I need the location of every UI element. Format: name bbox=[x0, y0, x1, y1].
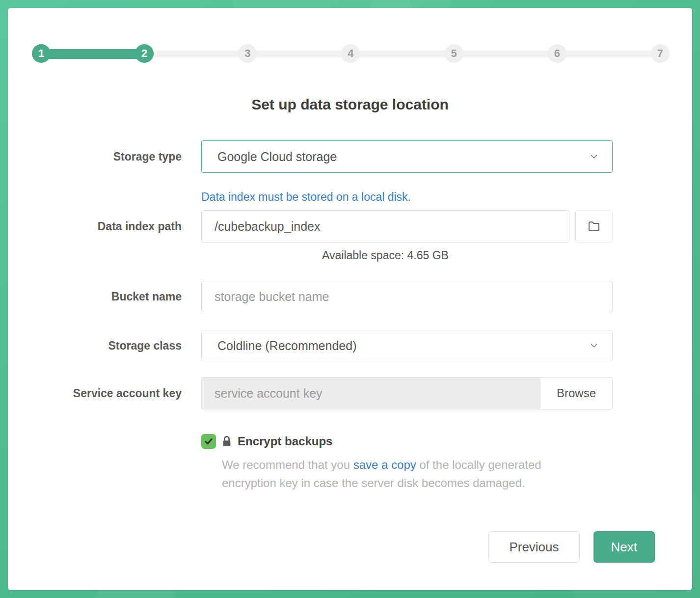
folder-icon bbox=[587, 219, 601, 234]
step-1-number: 1 bbox=[38, 47, 44, 60]
step-3: 3 bbox=[238, 44, 257, 63]
storage-type-value: Google Cloud storage bbox=[217, 150, 337, 164]
previous-button[interactable]: Previous bbox=[488, 531, 579, 563]
encrypt-backups-head: Encrypt backups bbox=[201, 434, 613, 449]
service-account-key-label: Service account key bbox=[8, 387, 182, 400]
storage-class-label: Storage class bbox=[8, 339, 182, 353]
description-prefix: We recommend that you bbox=[222, 458, 353, 471]
next-button[interactable]: Next bbox=[593, 531, 655, 563]
step-3-number: 3 bbox=[244, 47, 250, 60]
bucket-name-group bbox=[201, 281, 613, 312]
data-index-path-label: Data index path bbox=[8, 220, 182, 233]
available-space-row: Available space: 4.65 GB bbox=[8, 243, 692, 262]
browse-key-button[interactable]: Browse bbox=[540, 377, 613, 409]
step-1: 1 bbox=[32, 44, 51, 63]
storage-type-label: Storage type bbox=[8, 150, 182, 163]
encrypt-backups-description: We recommend that you save a copy of the… bbox=[222, 456, 594, 492]
service-account-key-input bbox=[201, 377, 540, 409]
service-account-key-row: Service account key Browse bbox=[8, 377, 692, 409]
encrypt-backups-checkbox[interactable] bbox=[201, 434, 216, 449]
step-5: 5 bbox=[445, 44, 463, 63]
data-index-path-input[interactable] bbox=[201, 210, 569, 243]
step-4: 4 bbox=[341, 44, 360, 63]
step-4-number: 4 bbox=[348, 47, 353, 60]
available-space-text: Available space: 4.65 GB bbox=[201, 249, 569, 262]
wizard-footer: Previous Next bbox=[8, 531, 655, 563]
chevron-down-icon bbox=[589, 151, 599, 162]
encrypt-backups-section: Encrypt backups We recommend that you sa… bbox=[201, 434, 613, 492]
bucket-name-input[interactable] bbox=[201, 281, 613, 312]
chevron-down-icon bbox=[589, 340, 599, 351]
page-title: Set up data storage location bbox=[8, 96, 692, 113]
setup-progress-stepper: 1 2 3 4 5 6 7 bbox=[32, 44, 670, 64]
step-2: 2 bbox=[135, 44, 154, 63]
data-index-path-row: Data index path bbox=[8, 210, 692, 243]
step-6-number: 6 bbox=[554, 47, 560, 60]
bucket-name-label: Bucket name bbox=[8, 290, 182, 303]
service-account-key-group: Browse bbox=[201, 377, 613, 409]
bucket-name-row: Bucket name bbox=[8, 281, 692, 312]
save-a-copy-link[interactable]: save a copy bbox=[353, 458, 416, 471]
step-7: 7 bbox=[651, 44, 670, 63]
browse-folder-button[interactable] bbox=[575, 210, 613, 243]
lock-icon bbox=[221, 435, 232, 447]
storage-form: Storage type Google Cloud storage Data i… bbox=[8, 140, 692, 563]
checkmark-icon bbox=[204, 436, 214, 446]
step-6: 6 bbox=[548, 44, 566, 63]
storage-type-select[interactable]: Google Cloud storage bbox=[201, 140, 613, 173]
step-5-number: 5 bbox=[451, 47, 457, 60]
storage-type-row: Storage type Google Cloud storage bbox=[8, 140, 692, 173]
encrypt-backups-label: Encrypt backups bbox=[238, 435, 332, 448]
index-note-link[interactable]: Data index must be stored on a local dis… bbox=[201, 190, 613, 204]
step-7-number: 7 bbox=[657, 47, 663, 60]
storage-class-select[interactable]: Coldline (Recommended) bbox=[201, 330, 613, 361]
stepper-circles: 1 2 3 4 5 6 7 bbox=[32, 44, 670, 64]
storage-class-value: Coldline (Recommended) bbox=[217, 339, 356, 353]
storage-class-row: Storage class Coldline (Recommended) bbox=[8, 330, 692, 361]
wizard-card: 1 2 3 4 5 6 7 Set up data storage locati… bbox=[8, 8, 692, 590]
page-background: 1 2 3 4 5 6 7 Set up data storage locati… bbox=[0, 0, 700, 598]
step-2-number: 2 bbox=[141, 47, 147, 60]
data-index-path-group bbox=[201, 210, 613, 243]
index-note-row: Data index must be stored on a local dis… bbox=[8, 173, 692, 210]
